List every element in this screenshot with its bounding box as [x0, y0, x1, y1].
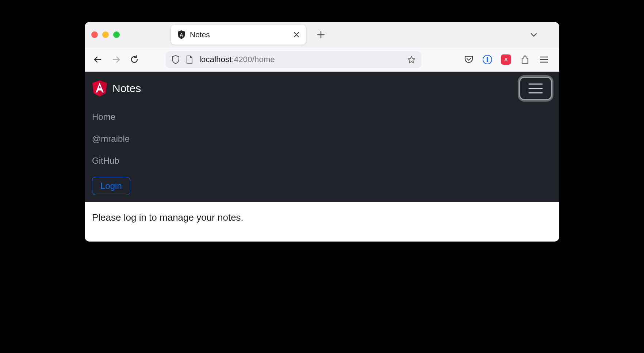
address-bar[interactable]: localhost:4200/home	[166, 51, 421, 68]
login-button[interactable]: Login	[92, 177, 130, 195]
hamburger-icon	[528, 82, 544, 95]
nav-link-home[interactable]: Home	[92, 106, 115, 128]
zoom-window-button[interactable]	[113, 31, 120, 38]
nav-link-github[interactable]: GitHub	[92, 150, 119, 172]
angular-logo-icon	[92, 80, 107, 96]
svg-rect-7	[487, 57, 488, 62]
close-window-button[interactable]	[91, 31, 98, 38]
login-prompt-text: Please log in to manage your notes.	[92, 212, 552, 223]
nav-links: Home @mraible GitHub Login	[92, 106, 552, 195]
extensions-icon[interactable]	[520, 54, 530, 65]
reload-button[interactable]	[129, 54, 139, 65]
url-path: :4200/home	[232, 55, 275, 64]
pocket-icon[interactable]	[464, 54, 474, 65]
navbar-toggler[interactable]	[519, 77, 552, 100]
back-button[interactable]	[93, 54, 103, 65]
svg-text:A: A	[504, 57, 508, 62]
new-tab-button[interactable]	[317, 31, 325, 39]
minimize-window-button[interactable]	[102, 31, 109, 38]
shield-icon[interactable]	[172, 56, 180, 64]
forward-button[interactable]	[111, 54, 121, 65]
svg-text:A: A	[180, 32, 183, 38]
onepassword-icon[interactable]	[483, 55, 492, 64]
window-controls	[91, 31, 120, 38]
browser-tab[interactable]: A Notes	[171, 25, 306, 45]
angular-shield-icon: A	[177, 30, 185, 39]
main-content: Please log in to manage your notes.	[85, 202, 559, 242]
url-text: localhost:4200/home	[199, 55, 275, 64]
tab-title: Notes	[190, 30, 289, 39]
angular-devtools-icon[interactable]: A	[501, 54, 511, 65]
bookmark-star-icon[interactable]	[407, 56, 415, 64]
app-menu-icon[interactable]	[539, 54, 549, 65]
app-brand-name: Notes	[112, 82, 141, 95]
extension-icons: A	[464, 54, 551, 65]
page-viewport: Notes Home @mraible GitHub Login	[85, 72, 559, 242]
url-host: localhost	[199, 55, 232, 64]
close-tab-icon[interactable]	[294, 32, 299, 38]
page-info-icon[interactable]	[185, 56, 193, 64]
app-navbar: Notes Home @mraible GitHub Login	[85, 72, 559, 202]
tab-strip: A Notes	[85, 22, 559, 48]
browser-window: A Notes	[85, 22, 559, 242]
nav-link-twitter[interactable]: @mraible	[92, 128, 130, 150]
app-brand[interactable]: Notes	[92, 80, 141, 96]
tabs-dropdown-icon[interactable]	[529, 30, 538, 39]
browser-toolbar: localhost:4200/home A	[85, 48, 559, 72]
